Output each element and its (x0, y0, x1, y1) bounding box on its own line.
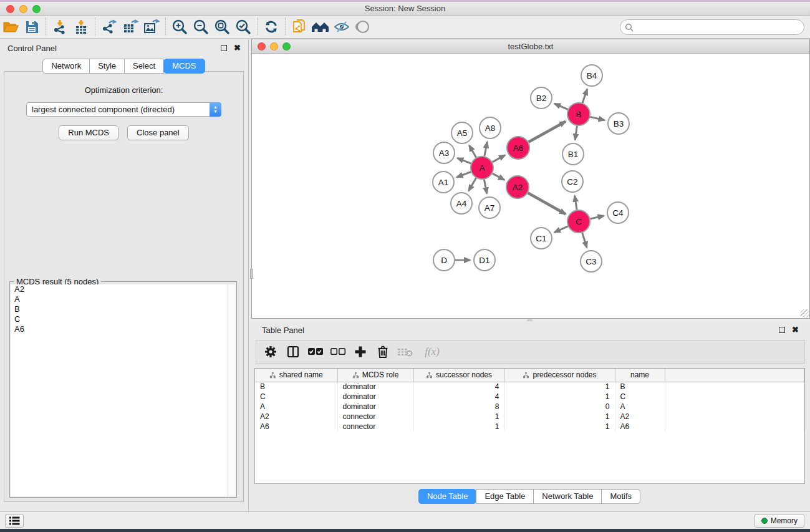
table-cell[interactable]: 1 (504, 412, 615, 422)
run-mcds-button[interactable]: Run MCDS (59, 125, 118, 140)
minimize-window-button[interactable] (19, 5, 27, 13)
home-views-button[interactable] (310, 17, 331, 37)
edge-A-A2[interactable] (493, 173, 504, 180)
mcds-result-list[interactable]: A2ABCA6 (11, 284, 236, 496)
network-graph[interactable]: AA1A2A3A4A5A6A7A8BB1B2B3B4CC1C2C3C4DD1 (252, 54, 809, 318)
table-cell[interactable]: 4 (413, 392, 504, 402)
show-console-button[interactable] (5, 514, 24, 528)
graph-node-A5[interactable]: A5 (451, 122, 473, 143)
edge-C-C4[interactable] (591, 216, 604, 219)
edge-B-B3[interactable] (590, 117, 604, 120)
edge-A-A6[interactable] (493, 155, 505, 162)
edge-C-C2[interactable] (575, 196, 577, 210)
network-close-button[interactable] (258, 42, 266, 51)
tab-mcds[interactable]: MCDS (163, 59, 205, 74)
edge-C-C3[interactable] (582, 233, 587, 248)
hide-graphics-details-button[interactable] (331, 17, 352, 37)
float-table-panel-icon[interactable] (779, 327, 785, 333)
graph-node-A3[interactable]: A3 (433, 142, 455, 163)
table-cell[interactable]: 4 (413, 382, 504, 392)
table-cell[interactable]: A6 (615, 422, 665, 432)
window-resize-grip[interactable] (801, 309, 809, 317)
table-row[interactable]: Bdominator41B (255, 382, 804, 392)
edge-A-A3[interactable] (457, 158, 471, 163)
graph-node-A1[interactable]: A1 (433, 172, 454, 193)
result-list-item[interactable]: B (11, 304, 236, 314)
export-network-button[interactable] (99, 17, 120, 37)
edge-B-B1[interactable] (575, 126, 577, 140)
import-table-button[interactable] (70, 17, 92, 37)
search-input[interactable] (637, 23, 804, 32)
column-header-name[interactable]: name (615, 369, 665, 382)
column-header-shared-name[interactable]: shared name (255, 369, 337, 382)
graph-node-B3[interactable]: B3 (608, 113, 629, 134)
tab-network-table[interactable]: Network Table (533, 489, 602, 504)
graph-node-A8[interactable]: A8 (480, 117, 501, 138)
result-list-item[interactable]: A6 (11, 324, 236, 334)
edge-A6-B[interactable] (529, 122, 566, 142)
delete-column-button[interactable] (374, 342, 392, 361)
network-canvas[interactable]: AA1A2A3A4A5A6A7A8BB1B2B3B4CC1C2C3C4DD1 (252, 54, 809, 318)
table-cell[interactable]: connector (337, 422, 413, 432)
refresh-button[interactable] (261, 17, 282, 37)
tab-select[interactable]: Select (124, 59, 164, 74)
graph-node-C[interactable]: C (567, 210, 590, 233)
table-cell[interactable]: dominator (337, 392, 413, 402)
zoom-fit-button[interactable] (211, 17, 233, 37)
save-session-button[interactable] (21, 17, 42, 37)
duplicate-network-button[interactable] (289, 17, 310, 37)
edge-A-A8[interactable] (485, 142, 488, 157)
deselect-all-button[interactable] (329, 342, 347, 361)
table-cell[interactable]: 1 (504, 422, 615, 432)
graph-node-D1[interactable]: D1 (474, 249, 495, 271)
graph-node-A4[interactable]: A4 (451, 193, 472, 214)
table-cell[interactable]: C (255, 392, 337, 402)
table-row[interactable]: A2connector11A2 (255, 412, 804, 422)
edge-A-A1[interactable] (457, 172, 471, 177)
graph-node-D[interactable]: D (433, 249, 455, 271)
graph-node-A7[interactable]: A7 (479, 197, 500, 218)
tab-style[interactable]: Style (89, 59, 125, 74)
graph-node-A[interactable]: A (471, 157, 493, 179)
edge-A-A7[interactable] (485, 180, 487, 194)
table-cell[interactable]: B (615, 382, 665, 392)
optimization-criterion-dropdown[interactable]: largest connected component (directed) ▲… (26, 102, 221, 117)
table-row[interactable]: A6connector11A6 (255, 422, 804, 432)
close-panel-icon[interactable]: ✖ (234, 45, 241, 51)
graph-node-C4[interactable]: C4 (607, 202, 629, 223)
result-list-item[interactable]: A2 (11, 284, 236, 294)
zoom-out-button[interactable] (190, 17, 211, 37)
table-settings-button[interactable] (261, 342, 280, 361)
zoom-window-button[interactable] (32, 5, 41, 13)
table-cell[interactable]: A (615, 402, 665, 412)
function-builder-button[interactable]: f(x) (418, 342, 446, 361)
node-table[interactable]: shared nameMCDS rolesuccessor nodesprede… (255, 369, 804, 432)
import-network-button[interactable] (49, 17, 70, 37)
edge-A-A5[interactable] (469, 145, 476, 158)
open-file-button[interactable] (0, 17, 21, 37)
table-cell[interactable]: 0 (504, 402, 615, 412)
network-overview-button[interactable] (352, 17, 374, 37)
delete-table-button[interactable] (396, 342, 415, 361)
table-row[interactable]: Cdominator41C (255, 392, 804, 402)
edge-B-B2[interactable] (554, 104, 567, 109)
window-edge-handle[interactable] (250, 269, 253, 279)
table-row[interactable]: Adominator80A (255, 402, 804, 412)
memory-button[interactable]: Memory (755, 514, 804, 528)
graph-node-A6[interactable]: A6 (507, 137, 529, 159)
table-cell[interactable]: A2 (615, 412, 665, 422)
table-cell[interactable]: 1 (413, 412, 504, 422)
network-minimize-button[interactable] (270, 42, 278, 51)
float-panel-icon[interactable] (221, 45, 227, 51)
table-cell[interactable]: 1 (413, 422, 504, 432)
result-list-item[interactable]: C (11, 314, 236, 324)
table-cell[interactable]: connector (337, 412, 413, 422)
add-column-button[interactable] (351, 342, 370, 361)
table-cell[interactable]: 1 (504, 392, 615, 402)
tab-network[interactable]: Network (42, 59, 90, 74)
result-list-item[interactable]: A (11, 294, 236, 304)
table-cell[interactable]: A (255, 402, 337, 412)
tab-edge-table[interactable]: Edge Table (476, 489, 534, 504)
graph-node-B2[interactable]: B2 (531, 87, 552, 109)
graph-node-B4[interactable]: B4 (581, 65, 602, 86)
